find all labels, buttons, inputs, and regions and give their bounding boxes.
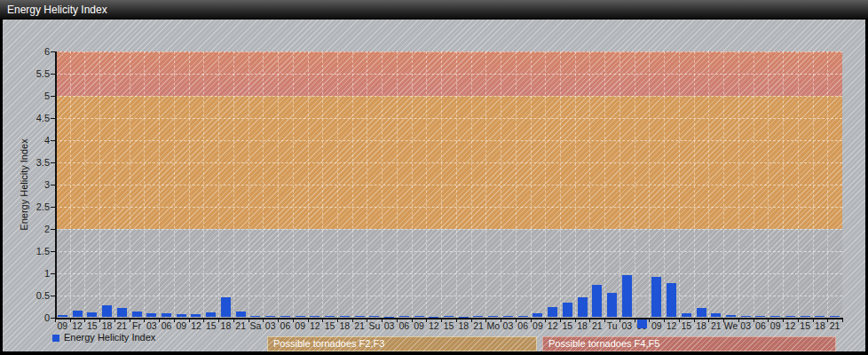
ehi-bar [607, 293, 617, 318]
ehi-bar [682, 313, 691, 318]
ehi-bar [355, 316, 365, 317]
ehi-bar [533, 313, 542, 318]
ehi-bar [637, 319, 647, 328]
v-gridline [337, 51, 338, 318]
v-gridline [694, 51, 695, 318]
ehi-bar [265, 316, 275, 317]
ehi-bar [384, 317, 394, 318]
ehi-bar [651, 277, 661, 317]
y-axis-line [55, 51, 57, 320]
v-gridline [308, 51, 309, 318]
ehi-bar [369, 316, 379, 317]
v-gridline [352, 51, 353, 318]
v-gridline [589, 51, 590, 318]
ehi-bar [503, 316, 513, 317]
ehi-bar [117, 308, 127, 318]
v-gridline [827, 51, 828, 318]
v-gridline [441, 51, 442, 318]
ehi-bar [488, 316, 498, 317]
v-gridline [159, 51, 160, 318]
v-gridline [560, 51, 561, 318]
ehi-bar [444, 316, 454, 317]
v-gridline [813, 51, 814, 318]
ehi-bar [667, 283, 676, 318]
ehi-bar [755, 316, 765, 317]
ehi-bar [741, 316, 751, 317]
ehi-bar [236, 312, 246, 318]
series-legend-label: Energy Helicity Index [64, 332, 155, 343]
v-gridline [367, 51, 367, 318]
ehi-bar [325, 316, 335, 317]
v-gridline [130, 51, 130, 318]
v-gridline [649, 51, 650, 318]
v-gridline [456, 51, 457, 318]
v-gridline [278, 51, 279, 318]
ehi-bar [578, 297, 588, 317]
x-axis-line [55, 318, 843, 320]
v-gridline [708, 51, 709, 318]
ehi-bar [801, 316, 810, 317]
v-gridline [382, 51, 383, 318]
v-gridline [768, 51, 769, 318]
v-gridline [738, 51, 739, 318]
v-gridline [485, 51, 486, 318]
v-gridline [531, 51, 532, 318]
ehi-bar [340, 316, 350, 317]
legend-box-f4f5-label: Possible tornadoes F4,F5 [542, 336, 659, 351]
ehi-bar [206, 312, 216, 318]
ehi-bar [399, 316, 409, 317]
ehi-bar [414, 316, 424, 317]
v-gridline [84, 51, 85, 318]
v-gridline [783, 51, 784, 318]
v-gridline [501, 51, 501, 318]
ehi-bar [177, 314, 186, 317]
ehi-bar [191, 314, 201, 318]
ehi-bar [459, 317, 469, 318]
v-gridline [798, 51, 799, 318]
v-gridline [144, 51, 145, 318]
ehi-bar [785, 316, 795, 317]
v-gridline [99, 51, 100, 318]
chart-window: Energy Helicity Index 00.511.522.533.544… [0, 0, 868, 355]
series-legend-swatch [52, 335, 59, 342]
v-gridline [174, 51, 175, 318]
ehi-bar [310, 316, 320, 317]
ehi-bar [815, 316, 825, 318]
ehi-bar [146, 313, 156, 318]
v-gridline [263, 51, 264, 318]
v-gridline [70, 51, 71, 318]
v-gridline [397, 51, 398, 318]
window-title: Energy Helicity Index [7, 4, 107, 16]
v-gridline [249, 51, 249, 318]
v-gridline [619, 51, 620, 318]
v-gridline [322, 51, 323, 318]
ehi-bar [162, 313, 171, 317]
ehi-bar [250, 316, 260, 317]
legend-box-f2f3-label: Possible tornadoes F2,F3 [267, 336, 384, 351]
ehi-bar [830, 316, 840, 318]
ehi-bar [296, 316, 305, 317]
ehi-bar [563, 303, 572, 318]
ehi-bar [622, 275, 632, 318]
v-gridline [723, 51, 724, 318]
ehi-bar [548, 307, 557, 318]
v-gridline [516, 51, 517, 318]
v-gridline [754, 51, 754, 318]
ehi-bar [711, 313, 721, 318]
v-gridline [189, 51, 190, 318]
ehi-bar [770, 316, 780, 318]
x-tick-label: 21 [825, 320, 846, 331]
v-gridline [545, 51, 546, 318]
v-gridline [604, 51, 605, 318]
y-axis-title: Energy Helicity Index [19, 51, 31, 318]
v-gridline [218, 51, 219, 318]
ehi-bar [102, 305, 112, 318]
ehi-bar [473, 316, 483, 317]
v-gridline [293, 51, 294, 318]
ehi-bar [697, 308, 706, 318]
ehi-bar [429, 317, 438, 318]
ehi-bar [87, 312, 97, 318]
v-gridline [203, 51, 204, 318]
ehi-bar [73, 311, 83, 318]
chart-canvas: 00.511.522.533.544.555.560912151821Fr030… [3, 20, 865, 351]
